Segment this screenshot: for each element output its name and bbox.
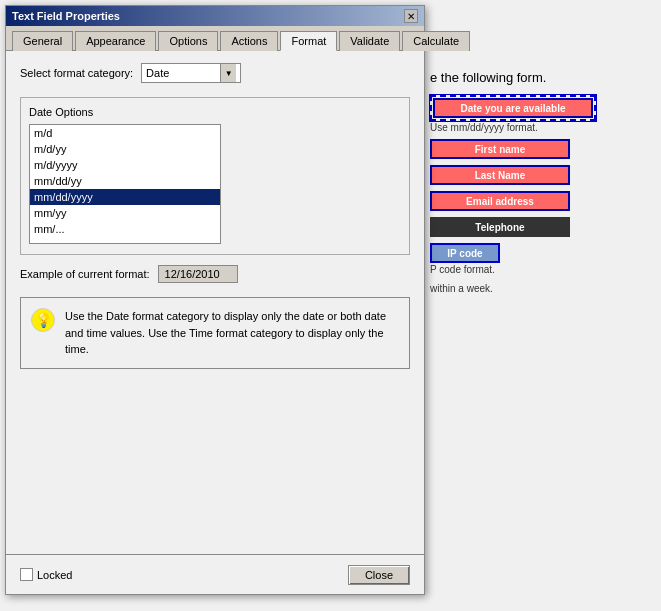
form-heading: e the following form. [430,70,651,85]
tab-options[interactable]: Options [158,31,218,51]
email-field-group: Email address [430,191,651,211]
date-field-group: Date you are available Use mm/dd/yyyy fo… [430,95,651,133]
firstname-field-group: First name [430,139,651,159]
form-content: e the following form. Date you are avail… [420,60,661,304]
zip-field-box[interactable]: IP code [430,243,500,263]
format-category-label: Select format category: [20,67,133,79]
date-options-section: Date Options m/d m/d/yy m/d/yyyy mm/dd/y… [20,97,410,255]
list-item-mdyy[interactable]: m/d/yy [30,141,220,157]
info-icon: 💡 [31,308,55,332]
zip-field-group: IP code P code format. [430,243,651,275]
list-item-mmddyyyy[interactable]: mm/dd/yyyy [30,189,220,205]
tab-format[interactable]: Format [280,31,337,51]
zip-hint: P code format. [430,264,651,275]
email-field-box[interactable]: Email address [430,191,570,211]
info-text: Use the Date format category to display … [65,308,399,358]
dialog-body: Select format category: Date ▼ Date Opti… [6,51,424,395]
format-category-select[interactable]: Date ▼ [141,63,241,83]
tab-validate[interactable]: Validate [339,31,400,51]
example-row: Example of current format: 12/16/2010 [20,265,410,283]
tab-calculate[interactable]: Calculate [402,31,470,51]
date-field-box[interactable]: Date you are available [433,98,593,118]
tab-appearance[interactable]: Appearance [75,31,156,51]
format-category-row: Select format category: Date ▼ [20,63,410,83]
list-item-md[interactable]: m/d [30,125,220,141]
tab-general[interactable]: General [12,31,73,51]
text-field-properties-dialog: Text Field Properties ✕ General Appearan… [5,5,425,595]
tab-actions[interactable]: Actions [220,31,278,51]
dialog-titlebar: Text Field Properties ✕ [6,6,424,26]
dialog-title: Text Field Properties [12,10,120,22]
info-box: 💡 Use the Date format category to displa… [20,297,410,369]
dialog-close-button[interactable]: ✕ [404,9,418,23]
date-options-title: Date Options [29,106,401,118]
telephone-field-group: Telephone [430,217,651,237]
locked-checkbox[interactable] [20,568,33,581]
select-arrow-icon[interactable]: ▼ [220,64,236,82]
within-text: within a week. [430,283,651,294]
date-hint: Use mm/dd/yyyy format. [430,122,651,133]
example-value: 12/16/2010 [158,265,238,283]
lastname-field-box[interactable]: Last Name [430,165,570,185]
list-item-mdyyyy[interactable]: m/d/yyyy [30,157,220,173]
lastname-field-group: Last Name [430,165,651,185]
date-format-listbox[interactable]: m/d m/d/yy m/d/yyyy mm/dd/yy mm/dd/yyyy … [29,124,221,244]
tabs-row: General Appearance Options Actions Forma… [6,26,424,51]
example-label: Example of current format: [20,268,150,280]
listbox-container: m/d m/d/yy m/d/yyyy mm/dd/yy mm/dd/yyyy … [29,124,221,244]
close-button[interactable]: Close [348,565,410,585]
list-item-mmyy[interactable]: mm/yy [30,205,220,221]
telephone-field-box[interactable]: Telephone [430,217,570,237]
locked-label: Locked [37,569,72,581]
firstname-field-box[interactable]: First name [430,139,570,159]
locked-checkbox-row[interactable]: Locked [20,568,72,581]
list-item-more[interactable]: mm/... [30,221,220,237]
list-item-mmddyy[interactable]: mm/dd/yy [30,173,220,189]
dialog-bottom-bar: Locked Close [6,554,424,594]
